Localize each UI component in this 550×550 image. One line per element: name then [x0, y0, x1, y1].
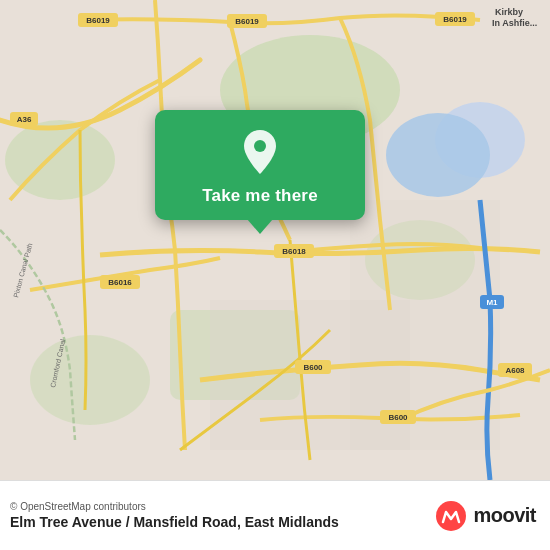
moovit-icon	[435, 500, 467, 532]
map-area: B6019 B6019 B6019 A36 B6018 B6016 B600 B…	[0, 0, 550, 480]
svg-text:A608: A608	[505, 366, 525, 375]
svg-text:B6019: B6019	[86, 16, 110, 25]
svg-point-7	[386, 113, 490, 197]
svg-text:B6019: B6019	[235, 17, 259, 26]
svg-text:B6018: B6018	[282, 247, 306, 256]
svg-text:Kirkby: Kirkby	[495, 7, 523, 17]
svg-point-35	[436, 501, 466, 531]
moovit-text: moovit	[473, 504, 536, 527]
svg-text:B6019: B6019	[443, 15, 467, 24]
take-me-there-button[interactable]: Take me there	[202, 186, 318, 206]
location-name: Elm Tree Avenue / Mansfield Road, East M…	[10, 514, 339, 530]
svg-text:In Ashfie...: In Ashfie...	[492, 18, 537, 28]
svg-point-34	[254, 140, 266, 152]
svg-text:M1: M1	[486, 298, 498, 307]
moovit-logo: moovit	[435, 500, 536, 532]
svg-text:B600: B600	[388, 413, 408, 422]
svg-text:A36: A36	[17, 115, 32, 124]
svg-text:B6016: B6016	[108, 278, 132, 287]
osm-credit: © OpenStreetMap contributors	[10, 501, 339, 512]
svg-point-3	[30, 335, 150, 425]
svg-text:B600: B600	[303, 363, 323, 372]
popup-card[interactable]: Take me there	[155, 110, 365, 220]
bottom-info: © OpenStreetMap contributors Elm Tree Av…	[10, 501, 339, 530]
svg-rect-9	[350, 200, 500, 450]
location-pin-icon	[236, 128, 284, 176]
bottom-bar: © OpenStreetMap contributors Elm Tree Av…	[0, 480, 550, 550]
